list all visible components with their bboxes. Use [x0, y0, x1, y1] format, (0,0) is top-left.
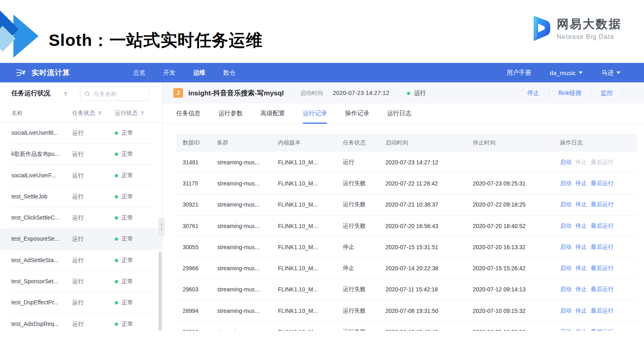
detail-tab[interactable]: 操作记录	[345, 103, 369, 124]
task-list-item[interactable]: socialLiveUserF... 运行 正常	[0, 165, 162, 186]
status-dot-icon	[407, 92, 410, 95]
sidebar-title: 任务运行状况	[11, 89, 50, 98]
action-last-run-link[interactable]: 最后运行	[591, 328, 614, 331]
task-list-item[interactable]: test_SettleJob 运行 正常	[0, 186, 162, 207]
monitor-button[interactable]: 监控	[591, 89, 622, 97]
action-start-link[interactable]: 启动	[560, 180, 571, 187]
cell-actions: 启动停止最后运行	[560, 159, 637, 166]
cell-kernel: FLINK1.10_M...	[278, 308, 343, 314]
cell-start-time: 2020-06-18 15:48:48	[386, 329, 473, 331]
status-dot-icon	[115, 259, 118, 262]
action-last-run-link[interactable]: 最后运行	[591, 307, 614, 315]
action-start-link[interactable]: 启动	[560, 307, 571, 315]
project-dropdown[interactable]: da_music	[550, 69, 583, 76]
task-list-item[interactable]: test_DspEffectPr... 运行 正常	[0, 292, 162, 313]
action-last-run-link[interactable]: 最后运行	[591, 201, 614, 208]
column-task-status: 任务状态	[72, 110, 95, 117]
action-stop-link[interactable]: 停止	[575, 222, 587, 230]
detail-tab[interactable]: 运行参数	[218, 103, 243, 124]
flink-link-button[interactable]: flink链接	[549, 89, 591, 97]
action-start-link[interactable]: 启动	[560, 243, 571, 251]
action-stop-link[interactable]: 停止	[575, 286, 587, 293]
cell-cluster: streaming-mus...	[217, 286, 278, 293]
cell-data-id: 29603	[183, 286, 217, 293]
task-list-item[interactable]: socialLiveUserBl... 运行 正常	[0, 123, 162, 144]
run-status: 正常	[115, 257, 133, 264]
nav-tab[interactable]: 开发	[163, 69, 175, 77]
action-stop-link[interactable]: 停止	[575, 201, 587, 208]
nav-tab[interactable]: 总览	[133, 69, 145, 77]
search-input[interactable]	[94, 90, 138, 97]
filter-funnel-icon[interactable]	[140, 111, 145, 116]
status-dot-icon	[115, 174, 118, 177]
action-last-run-link[interactable]: 最后运行	[591, 243, 614, 251]
user-dropdown[interactable]: 马进	[601, 69, 620, 77]
action-start-link[interactable]: 启动	[560, 222, 571, 230]
action-start-link[interactable]: 启动	[560, 265, 571, 272]
action-start-link[interactable]: 启动	[560, 286, 571, 293]
start-time-value: 2020-07-23 14:27:12	[333, 89, 389, 96]
table-row: 28588 streaming-mus... FLINK1.10_M... 运行…	[176, 321, 637, 331]
nav-tab[interactable]: 数仓	[223, 69, 235, 77]
filter-funnel-icon[interactable]	[63, 91, 68, 98]
cell-start-time: 2020-07-08 19:31:50	[386, 308, 473, 314]
status-dot-icon	[115, 280, 118, 283]
user-manual-link[interactable]: 用户手册	[507, 69, 531, 77]
nav-tab[interactable]: 运维	[193, 69, 205, 77]
action-stop-link[interactable]: 停止	[575, 180, 587, 187]
task-status: 运行	[72, 257, 84, 264]
task-list-item[interactable]: test_ExposureSe... 运行 正常	[0, 228, 162, 250]
column-cluster: 集群	[217, 139, 278, 147]
sidebar-scrollbar-thumb[interactable]	[159, 252, 162, 331]
cell-kernel: FLINK1.10_M...	[278, 265, 343, 272]
slide-decoration-diamonds-icon	[0, 0, 53, 63]
detail-tab[interactable]: 高级配置	[261, 103, 285, 124]
filter-funnel-icon[interactable]	[97, 111, 102, 116]
action-stop-link[interactable]: 停止	[575, 265, 587, 272]
action-stop-link[interactable]: 停止	[575, 243, 587, 251]
cell-stop-time: 2020-07-12 09:14:13	[473, 286, 560, 293]
cell-task-status: 运行失败	[343, 222, 386, 230]
action-start-link[interactable]: 启动	[560, 201, 571, 208]
action-stop-link[interactable]: 停止	[575, 328, 587, 331]
task-name: socialLiveUserF...	[11, 172, 56, 179]
task-status: 运行	[72, 321, 84, 328]
detail-tab[interactable]: 运行记录	[303, 103, 327, 124]
detail-tab[interactable]: 运行日志	[387, 103, 411, 124]
table-row: 28994 streaming-mus... FLINK1.10_M... 运行…	[176, 300, 637, 321]
action-last-run-link[interactable]: 最后运行	[591, 265, 614, 272]
cell-cluster: streaming-mus...	[217, 159, 278, 166]
status-dot-icon	[115, 195, 118, 198]
run-record-table: 数据ID 集群 内核版本 任务状态 启动时间 停止时间 操作日志 31481 s…	[176, 134, 637, 331]
action-start-link[interactable]: 启动	[560, 328, 571, 331]
task-list-item[interactable]: k歌新作品发布pu... 运行 正常	[0, 144, 162, 165]
task-name: k歌新作品发布pu...	[11, 151, 59, 158]
panel-resize-handle[interactable]	[159, 218, 164, 235]
detail-tab[interactable]: 任务信息	[176, 103, 200, 124]
cell-stop-time: 2020-07-15 15:26:42	[473, 265, 560, 272]
job-actions: 停止 flink链接 监控	[518, 82, 622, 103]
task-list-item[interactable]: test_AdxDspReq... 运行 正常	[0, 314, 162, 331]
action-stop-link[interactable]: 停止	[575, 307, 587, 315]
cell-cluster: streaming-mus...	[217, 244, 278, 250]
task-name: test_AdxDspReq...	[11, 321, 59, 327]
task-name: test_ClickSettleC...	[11, 214, 59, 221]
action-last-run-link[interactable]: 最后运行	[591, 286, 614, 293]
task-sidebar: 任务运行状况 名称 任务状态	[0, 82, 162, 331]
app-name: 实时流计算	[32, 68, 70, 78]
cell-kernel: FLINK1.10_M...	[278, 201, 343, 208]
action-last-run-link[interactable]: 最后运行	[591, 180, 614, 187]
task-list-item[interactable]: test_SponsorSet... 运行 正常	[0, 271, 162, 292]
run-status: 正常	[115, 151, 133, 158]
action-last-run-link[interactable]: 最后运行	[591, 222, 614, 230]
task-list-item[interactable]: test_AdSettleSta... 运行 正常	[0, 250, 162, 271]
cell-start-time: 2020-07-15 15:31:51	[386, 244, 473, 250]
task-list-item[interactable]: test_ClickSettleC... 运行 正常	[0, 207, 162, 228]
cell-cluster: streaming-mus...	[217, 180, 278, 187]
run-status: 正常	[115, 299, 133, 306]
cell-stop-time: 2020-07-22 09:18:25	[473, 201, 560, 208]
stop-button[interactable]: 停止	[518, 89, 549, 97]
task-status: 运行	[72, 172, 84, 179]
column-name: 名称	[11, 110, 23, 117]
action-start-link[interactable]: 启动	[560, 159, 571, 166]
